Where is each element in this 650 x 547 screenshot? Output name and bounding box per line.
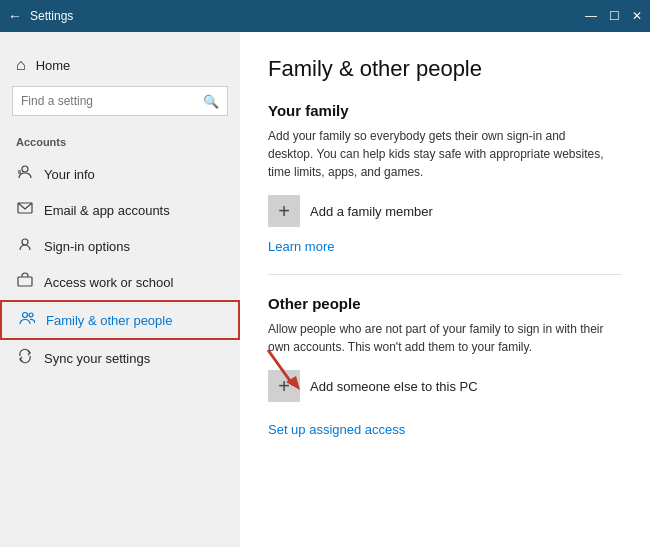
svg-point-6 (23, 313, 28, 318)
content-area: Family & other people Your family Add yo… (240, 32, 650, 547)
family-label: Family & other people (46, 313, 172, 328)
sidebar-item-home[interactable]: ⌂ Home (0, 48, 240, 86)
search-box[interactable]: 🔍 (12, 86, 228, 116)
search-icon: 🔍 (203, 94, 219, 109)
your-info-icon (16, 164, 34, 184)
sidebar-item-your-info[interactable]: Your info (0, 156, 240, 192)
page-title: Family & other people (268, 56, 622, 82)
other-people-section: Other people Allow people who are not pa… (268, 295, 622, 438)
other-section-title: Other people (268, 295, 622, 312)
family-section-desc: Add your family so everybody gets their … (268, 127, 608, 181)
sidebar-item-work[interactable]: Access work or school (0, 264, 240, 300)
sidebar-item-signin[interactable]: Sign-in options (0, 228, 240, 264)
add-other-person-button[interactable]: + Add someone else to this PC (268, 370, 478, 402)
add-family-plus-icon: + (268, 195, 300, 227)
sidebar-item-sync[interactable]: Sync your settings (0, 340, 240, 376)
add-other-label: Add someone else to this PC (310, 379, 478, 394)
search-input[interactable] (21, 94, 203, 108)
family-section: Your family Add your family so everybody… (268, 102, 622, 274)
work-label: Access work or school (44, 275, 173, 290)
sidebar: ⌂ Home 🔍 Accounts Your info (0, 32, 240, 547)
titlebar-title: Settings (30, 9, 73, 23)
email-icon (16, 200, 34, 220)
add-other-plus-icon: + (268, 370, 300, 402)
other-section-desc: Allow people who are not part of your fa… (268, 320, 608, 356)
minimize-button[interactable]: — (585, 9, 597, 23)
sidebar-item-email[interactable]: Email & app accounts (0, 192, 240, 228)
setup-access-link[interactable]: Set up assigned access (268, 422, 405, 437)
svg-rect-5 (18, 277, 32, 286)
signin-icon (16, 236, 34, 256)
family-section-title: Your family (268, 102, 622, 119)
learn-more-link[interactable]: Learn more (268, 239, 334, 254)
svg-point-7 (29, 313, 33, 317)
maximize-button[interactable]: ☐ (609, 9, 620, 23)
your-info-label: Your info (44, 167, 95, 182)
family-icon (18, 310, 36, 330)
home-icon: ⌂ (16, 56, 26, 74)
close-button[interactable]: ✕ (632, 9, 642, 23)
titlebar: ← Settings — ☐ ✕ (0, 0, 650, 32)
sync-label: Sync your settings (44, 351, 150, 366)
svg-point-4 (22, 239, 28, 245)
add-family-label: Add a family member (310, 204, 433, 219)
sidebar-item-family[interactable]: Family & other people (0, 300, 240, 340)
sync-icon (16, 348, 34, 368)
signin-label: Sign-in options (44, 239, 130, 254)
work-icon (16, 272, 34, 292)
main-layout: ⌂ Home 🔍 Accounts Your info (0, 32, 650, 547)
home-label: Home (36, 58, 71, 73)
svg-point-0 (22, 166, 28, 172)
titlebar-controls: — ☐ ✕ (585, 9, 642, 23)
email-label: Email & app accounts (44, 203, 170, 218)
section-divider (268, 274, 622, 275)
titlebar-left: ← Settings (8, 8, 73, 24)
back-button[interactable]: ← (8, 8, 22, 24)
sidebar-section-title: Accounts (0, 132, 240, 156)
add-family-member-button[interactable]: + Add a family member (268, 195, 622, 227)
